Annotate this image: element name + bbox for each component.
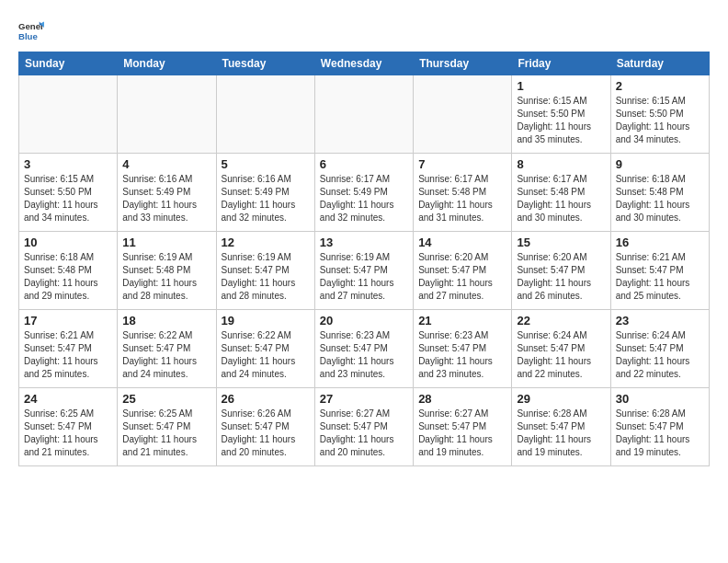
day-info: Sunrise: 6:18 AM Sunset: 5:48 PM Dayligh… <box>24 251 112 303</box>
day-info: Sunrise: 6:20 AM Sunset: 5:47 PM Dayligh… <box>517 251 605 303</box>
calendar-cell: 14Sunrise: 6:20 AM Sunset: 5:47 PM Dayli… <box>414 232 512 310</box>
day-number: 12 <box>222 236 310 249</box>
day-number: 13 <box>320 236 408 249</box>
calendar-cell: 20Sunrise: 6:23 AM Sunset: 5:47 PM Dayli… <box>314 310 413 388</box>
weekday-header-sunday: Sunday <box>19 52 118 75</box>
logo: General Blue <box>18 18 44 44</box>
day-number: 11 <box>122 236 210 249</box>
calendar-cell: 21Sunrise: 6:23 AM Sunset: 5:47 PM Dayli… <box>414 310 512 388</box>
day-info: Sunrise: 6:24 AM Sunset: 5:47 PM Dayligh… <box>616 329 704 381</box>
calendar-cell <box>314 75 413 154</box>
day-info: Sunrise: 6:28 AM Sunset: 5:47 PM Dayligh… <box>616 408 704 459</box>
calendar-cell: 5Sunrise: 6:16 AM Sunset: 5:49 PM Daylig… <box>216 154 314 232</box>
day-info: Sunrise: 6:20 AM Sunset: 5:47 PM Dayligh… <box>418 251 506 303</box>
day-info: Sunrise: 6:23 AM Sunset: 5:47 PM Dayligh… <box>320 329 408 381</box>
calendar-cell <box>118 75 216 154</box>
day-number: 10 <box>24 236 112 249</box>
calendar-cell: 19Sunrise: 6:22 AM Sunset: 5:47 PM Dayli… <box>216 310 314 388</box>
calendar-week-1: 1Sunrise: 6:15 AM Sunset: 5:50 PM Daylig… <box>19 75 710 154</box>
calendar-cell: 12Sunrise: 6:19 AM Sunset: 5:47 PM Dayli… <box>216 232 314 310</box>
calendar-cell: 4Sunrise: 6:16 AM Sunset: 5:49 PM Daylig… <box>118 154 216 232</box>
day-info: Sunrise: 6:18 AM Sunset: 5:48 PM Dayligh… <box>616 173 704 224</box>
calendar-cell: 10Sunrise: 6:18 AM Sunset: 5:48 PM Dayli… <box>19 232 118 310</box>
weekday-header-row: SundayMondayTuesdayWednesdayThursdayFrid… <box>19 52 710 75</box>
day-number: 14 <box>418 236 506 249</box>
day-number: 23 <box>616 314 704 327</box>
day-info: Sunrise: 6:15 AM Sunset: 5:50 PM Dayligh… <box>616 95 704 146</box>
day-info: Sunrise: 6:23 AM Sunset: 5:47 PM Dayligh… <box>418 329 506 381</box>
calendar-week-3: 10Sunrise: 6:18 AM Sunset: 5:48 PM Dayli… <box>19 232 710 310</box>
day-number: 15 <box>517 236 605 249</box>
day-number: 20 <box>320 314 408 327</box>
day-number: 17 <box>24 314 112 327</box>
weekday-header-saturday: Saturday <box>610 52 709 75</box>
day-number: 28 <box>418 392 506 406</box>
calendar-cell: 27Sunrise: 6:27 AM Sunset: 5:47 PM Dayli… <box>314 388 413 466</box>
day-info: Sunrise: 6:21 AM Sunset: 5:47 PM Dayligh… <box>616 251 704 303</box>
calendar-cell: 2Sunrise: 6:15 AM Sunset: 5:50 PM Daylig… <box>610 75 709 154</box>
day-info: Sunrise: 6:24 AM Sunset: 5:47 PM Dayligh… <box>517 329 605 381</box>
day-number: 24 <box>24 392 112 406</box>
day-number: 6 <box>320 157 408 171</box>
day-info: Sunrise: 6:22 AM Sunset: 5:47 PM Dayligh… <box>222 329 310 381</box>
day-info: Sunrise: 6:25 AM Sunset: 5:47 PM Dayligh… <box>122 408 210 459</box>
calendar-cell: 9Sunrise: 6:18 AM Sunset: 5:48 PM Daylig… <box>610 154 709 232</box>
calendar-cell: 15Sunrise: 6:20 AM Sunset: 5:47 PM Dayli… <box>512 232 610 310</box>
day-info: Sunrise: 6:21 AM Sunset: 5:47 PM Dayligh… <box>24 329 112 381</box>
calendar-cell: 29Sunrise: 6:28 AM Sunset: 5:47 PM Dayli… <box>512 388 610 466</box>
day-info: Sunrise: 6:27 AM Sunset: 5:47 PM Dayligh… <box>320 408 408 459</box>
day-number: 25 <box>122 392 210 406</box>
day-number: 26 <box>222 392 310 406</box>
day-info: Sunrise: 6:19 AM Sunset: 5:47 PM Dayligh… <box>320 251 408 303</box>
day-number: 30 <box>616 392 704 406</box>
weekday-header-monday: Monday <box>118 52 216 75</box>
calendar-cell <box>19 75 118 154</box>
day-number: 8 <box>517 157 605 171</box>
day-info: Sunrise: 6:17 AM Sunset: 5:49 PM Dayligh… <box>320 173 408 224</box>
day-info: Sunrise: 6:27 AM Sunset: 5:47 PM Dayligh… <box>418 408 506 459</box>
calendar-week-2: 3Sunrise: 6:15 AM Sunset: 5:50 PM Daylig… <box>19 154 710 232</box>
calendar-cell: 25Sunrise: 6:25 AM Sunset: 5:47 PM Dayli… <box>118 388 216 466</box>
weekday-header-friday: Friday <box>512 52 610 75</box>
day-number: 3 <box>24 157 112 171</box>
calendar-week-5: 24Sunrise: 6:25 AM Sunset: 5:47 PM Dayli… <box>19 388 710 466</box>
day-number: 22 <box>517 314 605 327</box>
calendar-cell: 13Sunrise: 6:19 AM Sunset: 5:47 PM Dayli… <box>314 232 413 310</box>
day-number: 1 <box>517 79 605 93</box>
calendar-cell: 26Sunrise: 6:26 AM Sunset: 5:47 PM Dayli… <box>216 388 314 466</box>
day-info: Sunrise: 6:15 AM Sunset: 5:50 PM Dayligh… <box>517 95 605 146</box>
calendar-cell: 24Sunrise: 6:25 AM Sunset: 5:47 PM Dayli… <box>19 388 118 466</box>
calendar-cell: 17Sunrise: 6:21 AM Sunset: 5:47 PM Dayli… <box>19 310 118 388</box>
calendar-cell: 16Sunrise: 6:21 AM Sunset: 5:47 PM Dayli… <box>610 232 709 310</box>
calendar-cell: 23Sunrise: 6:24 AM Sunset: 5:47 PM Dayli… <box>610 310 709 388</box>
day-info: Sunrise: 6:19 AM Sunset: 5:47 PM Dayligh… <box>222 251 310 303</box>
calendar-cell: 18Sunrise: 6:22 AM Sunset: 5:47 PM Dayli… <box>118 310 216 388</box>
calendar-cell: 30Sunrise: 6:28 AM Sunset: 5:47 PM Dayli… <box>610 388 709 466</box>
day-info: Sunrise: 6:26 AM Sunset: 5:47 PM Dayligh… <box>222 408 310 459</box>
day-number: 7 <box>418 157 506 171</box>
calendar-cell <box>216 75 314 154</box>
calendar-cell: 7Sunrise: 6:17 AM Sunset: 5:48 PM Daylig… <box>414 154 512 232</box>
svg-text:Blue: Blue <box>18 31 38 41</box>
day-info: Sunrise: 6:19 AM Sunset: 5:48 PM Dayligh… <box>122 251 210 303</box>
page-header: General Blue <box>18 15 710 44</box>
day-number: 18 <box>122 314 210 327</box>
calendar-cell: 11Sunrise: 6:19 AM Sunset: 5:48 PM Dayli… <box>118 232 216 310</box>
day-info: Sunrise: 6:16 AM Sunset: 5:49 PM Dayligh… <box>222 173 310 224</box>
day-info: Sunrise: 6:22 AM Sunset: 5:47 PM Dayligh… <box>122 329 210 381</box>
logo-icon: General Blue <box>18 18 44 44</box>
day-number: 21 <box>418 314 506 327</box>
day-info: Sunrise: 6:17 AM Sunset: 5:48 PM Dayligh… <box>517 173 605 224</box>
day-number: 2 <box>616 79 704 93</box>
weekday-header-tuesday: Tuesday <box>216 52 314 75</box>
calendar-cell: 28Sunrise: 6:27 AM Sunset: 5:47 PM Dayli… <box>414 388 512 466</box>
calendar-cell: 22Sunrise: 6:24 AM Sunset: 5:47 PM Dayli… <box>512 310 610 388</box>
calendar-cell: 3Sunrise: 6:15 AM Sunset: 5:50 PM Daylig… <box>19 154 118 232</box>
calendar-cell: 1Sunrise: 6:15 AM Sunset: 5:50 PM Daylig… <box>512 75 610 154</box>
calendar-cell: 8Sunrise: 6:17 AM Sunset: 5:48 PM Daylig… <box>512 154 610 232</box>
day-info: Sunrise: 6:17 AM Sunset: 5:48 PM Dayligh… <box>418 173 506 224</box>
calendar-week-4: 17Sunrise: 6:21 AM Sunset: 5:47 PM Dayli… <box>19 310 710 388</box>
calendar-cell: 6Sunrise: 6:17 AM Sunset: 5:49 PM Daylig… <box>314 154 413 232</box>
day-number: 27 <box>320 392 408 406</box>
day-info: Sunrise: 6:16 AM Sunset: 5:49 PM Dayligh… <box>122 173 210 224</box>
